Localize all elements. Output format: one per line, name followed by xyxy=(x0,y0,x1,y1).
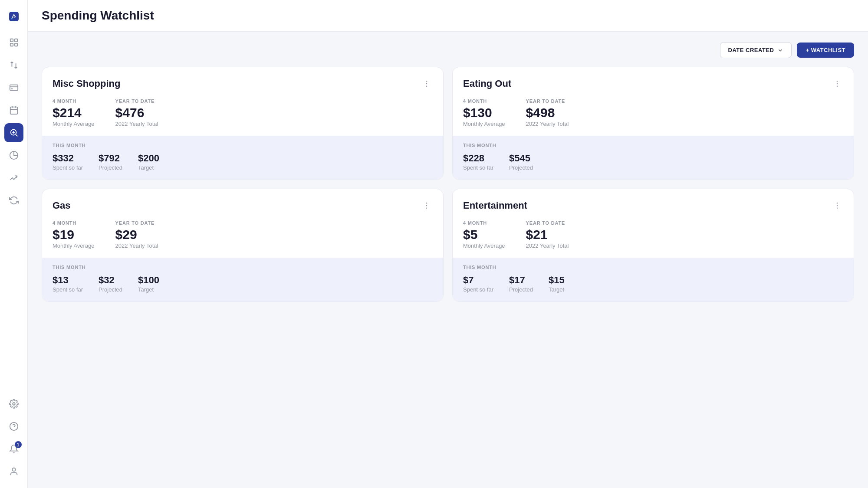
spent-stat: $228 Spent so far xyxy=(463,153,493,171)
card-stats: 4 MONTH $130 Monthly Average YEAR TO DAT… xyxy=(463,98,843,127)
four-month-sub: Monthly Average xyxy=(463,242,505,249)
add-watchlist-label: + WATCHLIST xyxy=(806,47,845,53)
page-title: Spending Watchlist xyxy=(42,9,854,23)
sidebar-item-refresh[interactable] xyxy=(4,191,23,210)
projected-label: Projected xyxy=(99,286,122,293)
svg-point-21 xyxy=(426,208,427,209)
target-label: Target xyxy=(138,164,159,171)
add-watchlist-button[interactable]: + WATCHLIST xyxy=(797,43,854,58)
toolbar: DATE CREATED + WATCHLIST xyxy=(42,42,854,58)
projected-value: $17 xyxy=(509,275,533,285)
sort-button[interactable]: DATE CREATED xyxy=(720,42,792,58)
svg-rect-6 xyxy=(10,85,17,91)
card-top: Gas 4 MONTH $19 Monthly Average xyxy=(42,189,443,258)
spent-label: Spent so far xyxy=(53,286,83,293)
ytd-sub: 2022 Yearly Total xyxy=(526,121,569,127)
svg-rect-4 xyxy=(10,43,13,46)
four-month-label: 4 MONTH xyxy=(463,220,505,226)
svg-rect-5 xyxy=(14,43,17,46)
this-month-label: THIS MONTH xyxy=(53,143,433,148)
watchlist-card-eating-out: Eating Out 4 MONTH $130 Monthly Average xyxy=(452,67,854,180)
four-month-value: $19 xyxy=(53,227,95,242)
sidebar-item-settings[interactable] xyxy=(4,394,23,413)
ytd-label: YEAR TO DATE xyxy=(526,98,569,104)
svg-point-15 xyxy=(426,86,427,87)
spent-stat: $332 Spent so far xyxy=(53,153,83,171)
card-bottom: THIS MONTH $7 Spent so far $17 Projected… xyxy=(453,258,854,301)
target-value: $100 xyxy=(138,275,159,285)
more-options-icon[interactable] xyxy=(421,78,433,90)
ytd-stat: YEAR TO DATE $498 2022 Yearly Total xyxy=(526,98,569,127)
target-value: $15 xyxy=(549,275,565,285)
card-header: Eating Out xyxy=(463,78,843,90)
ytd-value: $29 xyxy=(115,227,158,242)
svg-point-22 xyxy=(837,203,838,204)
svg-rect-3 xyxy=(14,39,17,42)
card-bottom: THIS MONTH $13 Spent so far $32 Projecte… xyxy=(42,258,443,301)
svg-rect-0 xyxy=(9,12,19,21)
card-title: Misc Shopping xyxy=(53,78,120,89)
target-label: Target xyxy=(138,286,159,293)
sidebar-item-calendar[interactable] xyxy=(4,101,23,120)
month-stats: $228 Spent so far $545 Projected xyxy=(463,153,843,171)
watchlist-card-entertainment: Entertainment 4 MONTH $5 Monthly Average xyxy=(452,189,854,302)
sort-label: DATE CREATED xyxy=(728,47,774,53)
four-month-sub: Monthly Average xyxy=(463,121,505,127)
more-options-icon[interactable] xyxy=(831,200,843,212)
card-header: Entertainment xyxy=(463,200,843,212)
ytd-label: YEAR TO DATE xyxy=(526,220,569,226)
sidebar-item-watchlist[interactable] xyxy=(4,123,23,142)
sidebar-item-transfer[interactable] xyxy=(4,56,23,75)
sidebar-item-cards[interactable] xyxy=(4,78,23,97)
sidebar-item-notifications[interactable]: 1 xyxy=(4,439,23,459)
svg-point-19 xyxy=(426,203,427,204)
spent-value: $7 xyxy=(463,275,493,285)
card-top: Eating Out 4 MONTH $130 Monthly Average xyxy=(453,67,854,136)
four-month-value: $5 xyxy=(463,227,505,242)
projected-label: Projected xyxy=(509,286,533,293)
sidebar-item-help[interactable] xyxy=(4,417,23,436)
more-options-icon[interactable] xyxy=(831,78,843,90)
target-stat: $15 Target xyxy=(549,275,565,293)
ytd-sub: 2022 Yearly Total xyxy=(115,121,158,127)
four-month-stat: 4 MONTH $130 Monthly Average xyxy=(463,98,505,127)
projected-stat: $545 Projected xyxy=(509,153,533,171)
month-stats: $7 Spent so far $17 Projected $15 Target xyxy=(463,275,843,293)
card-bottom: THIS MONTH $332 Spent so far $792 Projec… xyxy=(42,136,443,180)
four-month-stat: 4 MONTH $19 Monthly Average xyxy=(53,220,95,249)
spent-stat: $7 Spent so far xyxy=(463,275,493,293)
spent-value: $228 xyxy=(463,153,493,164)
card-top: Entertainment 4 MONTH $5 Monthly Average xyxy=(453,189,854,258)
ytd-value: $498 xyxy=(526,105,569,120)
ytd-label: YEAR TO DATE xyxy=(115,98,158,104)
target-label: Target xyxy=(549,286,565,293)
projected-value: $792 xyxy=(99,153,122,164)
sidebar-item-profile[interactable] xyxy=(4,462,23,481)
four-month-sub: Monthly Average xyxy=(53,242,95,249)
sidebar-item-pie[interactable] xyxy=(4,146,23,165)
ytd-value: $476 xyxy=(115,105,158,120)
projected-value: $32 xyxy=(99,275,122,285)
card-bottom: THIS MONTH $228 Spent so far $545 Projec… xyxy=(453,136,854,180)
svg-point-16 xyxy=(837,81,838,82)
four-month-label: 4 MONTH xyxy=(463,98,505,104)
sidebar-item-trend[interactable] xyxy=(4,168,23,187)
month-stats: $332 Spent so far $792 Projected $200 Ta… xyxy=(53,153,433,171)
svg-point-10 xyxy=(13,403,15,405)
svg-point-17 xyxy=(837,83,838,85)
projected-label: Projected xyxy=(99,164,122,171)
ytd-stat: YEAR TO DATE $21 2022 Yearly Total xyxy=(526,220,569,249)
card-header: Gas xyxy=(53,200,433,212)
sidebar-bottom: 1 xyxy=(4,394,23,481)
card-title: Eating Out xyxy=(463,78,511,89)
projected-label: Projected xyxy=(509,164,533,171)
logo[interactable] xyxy=(4,7,23,26)
ytd-stat: YEAR TO DATE $29 2022 Yearly Total xyxy=(115,220,158,249)
ytd-sub: 2022 Yearly Total xyxy=(526,242,569,249)
target-stat: $200 Target xyxy=(138,153,159,171)
more-options-icon[interactable] xyxy=(421,200,433,212)
projected-stat: $32 Projected xyxy=(99,275,122,293)
sidebar-item-dashboard[interactable] xyxy=(4,33,23,52)
card-top: Misc Shopping 4 MONTH $214 Monthly Avera… xyxy=(42,67,443,136)
projected-stat: $792 Projected xyxy=(99,153,122,171)
